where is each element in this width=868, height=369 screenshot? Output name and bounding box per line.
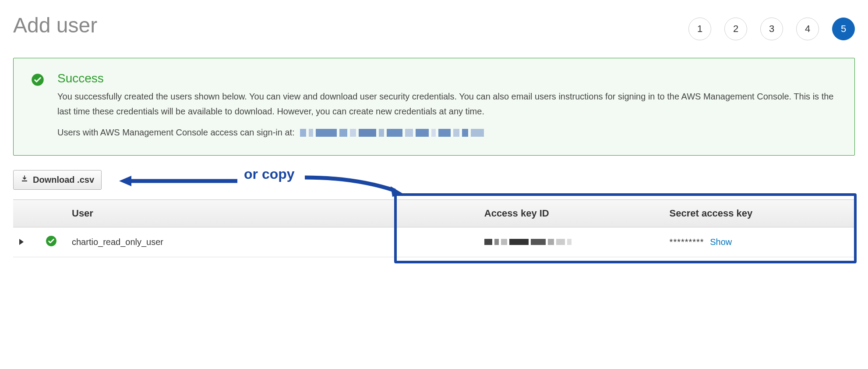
success-title: Success <box>57 71 837 85</box>
step-1[interactable]: 1 <box>688 18 711 40</box>
success-check-icon <box>31 73 44 138</box>
signin-prefix: Users with AWS Management Console access… <box>57 128 295 138</box>
download-csv-label: Download .csv <box>33 175 94 185</box>
show-secret-link[interactable]: Show <box>710 237 732 247</box>
svg-marker-2 <box>119 176 131 186</box>
annotation-text: or copy <box>244 166 295 182</box>
access-key-redacted <box>484 239 572 245</box>
svg-marker-3 <box>391 186 404 197</box>
arrow-left-icon <box>119 175 237 187</box>
table-row: chartio_read_only_user ********* <box>13 227 855 257</box>
success-message: You successfully created the users shown… <box>57 89 837 119</box>
signin-url-redacted[interactable] <box>300 129 484 137</box>
secret-key-mask: ********* <box>670 237 704 247</box>
download-csv-button[interactable]: Download .csv <box>13 170 102 190</box>
row-success-icon <box>46 239 57 248</box>
step-2[interactable]: 2 <box>724 18 747 40</box>
access-key-header: Access key ID <box>478 200 663 227</box>
annotation-overlay: or copy <box>119 169 855 191</box>
status-header <box>39 200 66 227</box>
signin-line: Users with AWS Management Console access… <box>57 128 837 138</box>
secret-key-header: Secret access key <box>663 200 855 227</box>
expand-header <box>13 200 39 227</box>
wizard-steps: 1 2 3 4 5 <box>688 13 855 40</box>
arrow-right-icon <box>303 171 408 198</box>
step-4[interactable]: 4 <box>796 18 819 40</box>
page-title: Add user <box>13 13 97 37</box>
download-icon <box>21 175 28 185</box>
step-5[interactable]: 5 <box>832 18 855 40</box>
step-3[interactable]: 3 <box>760 18 783 40</box>
user-cell: chartio_read_only_user <box>66 227 478 257</box>
users-table: User Access key ID Secret access key cha… <box>13 199 855 257</box>
expand-row-icon[interactable] <box>19 239 24 245</box>
user-header: User <box>66 200 478 227</box>
success-alert: Success You successfully created the use… <box>13 58 855 156</box>
